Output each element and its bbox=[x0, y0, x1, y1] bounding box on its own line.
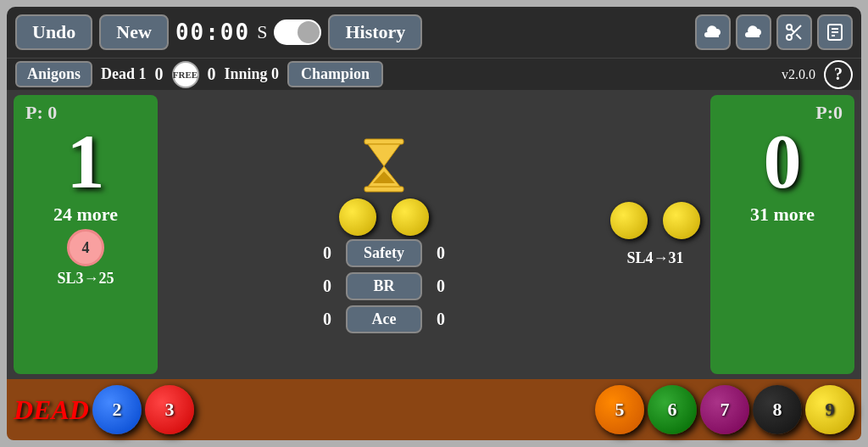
yellow-ball-4 bbox=[663, 202, 700, 239]
svg-line-4 bbox=[791, 29, 794, 32]
left-p-label: P: 0 bbox=[25, 102, 57, 124]
br-row: 0 BR 0 bbox=[317, 272, 451, 300]
right-score-panel: P:0 0 31 more bbox=[710, 95, 854, 374]
download-button[interactable] bbox=[736, 14, 771, 50]
right-sl-label: SL4→31 bbox=[626, 249, 683, 267]
yellow-ball-1 bbox=[339, 198, 376, 236]
new-button[interactable]: New bbox=[99, 14, 169, 50]
upload-button[interactable] bbox=[695, 14, 731, 50]
help-button[interactable]: ? bbox=[824, 60, 853, 89]
right-more-label: 31 more bbox=[750, 204, 815, 226]
scissors-button[interactable] bbox=[776, 14, 812, 50]
ball-3[interactable]: 3 bbox=[145, 385, 194, 434]
br-left-val: 0 bbox=[317, 277, 337, 296]
svg-point-1 bbox=[787, 35, 792, 40]
left-score-panel: P: 0 1 24 more 4 SL3→25 bbox=[14, 95, 158, 374]
safety-row: 0 Safety 0 bbox=[317, 239, 451, 267]
dead-bar: DEAD 2 3 5 6 7 8 9 bbox=[7, 379, 861, 440]
timer-display: 00:00 bbox=[175, 20, 250, 45]
inning-label: Inning 0 bbox=[225, 65, 280, 83]
ball-6[interactable]: 6 bbox=[648, 385, 697, 434]
ball-7[interactable]: 7 bbox=[700, 385, 749, 434]
hourglass-icon bbox=[359, 136, 409, 195]
safety-left-val: 0 bbox=[317, 243, 337, 263]
score-left: 0 bbox=[155, 64, 164, 84]
svg-line-3 bbox=[796, 34, 801, 39]
ball-2[interactable]: 2 bbox=[92, 385, 142, 434]
br-right-val: 0 bbox=[431, 277, 451, 296]
right-balls-row bbox=[610, 202, 700, 239]
yellow-ball-3 bbox=[610, 202, 648, 239]
version-label: v2.0.0 bbox=[782, 67, 815, 82]
timer-toggle[interactable] bbox=[274, 20, 321, 45]
stats-grid: 0 Safety 0 0 BR 0 0 Ace 0 bbox=[317, 239, 451, 333]
ace-left-val: 0 bbox=[317, 310, 337, 329]
safety-button[interactable]: Safety bbox=[346, 239, 422, 267]
undo-button[interactable]: Undo bbox=[15, 14, 92, 50]
left-more-label: 24 more bbox=[53, 204, 118, 226]
br-button[interactable]: BR bbox=[346, 272, 422, 300]
right-p-label: P:0 bbox=[815, 102, 843, 124]
dead-label-bottom: DEAD bbox=[14, 394, 89, 426]
center-panel: 0 Safety 0 0 BR 0 0 Ace 0 bbox=[164, 95, 604, 374]
dead-label: Dead 1 bbox=[101, 65, 147, 83]
safety-right-val: 0 bbox=[431, 243, 451, 263]
svg-rect-9 bbox=[364, 139, 403, 144]
svg-rect-10 bbox=[364, 187, 403, 192]
ball-9[interactable]: 9 bbox=[805, 385, 854, 434]
ace-right-val: 0 bbox=[431, 310, 451, 329]
champion-box[interactable]: Champion bbox=[287, 61, 383, 87]
history-button[interactable]: History bbox=[328, 14, 422, 50]
timer-unit: S bbox=[257, 21, 267, 43]
ace-button[interactable]: Ace bbox=[346, 305, 422, 333]
center-balls-row bbox=[339, 198, 429, 236]
ball-8[interactable]: 8 bbox=[753, 385, 802, 434]
yellow-ball-2 bbox=[392, 198, 429, 236]
left-big-score: 1 bbox=[67, 124, 105, 200]
left-sl-label: SL3→25 bbox=[57, 270, 114, 288]
player-name[interactable]: Anigons bbox=[15, 61, 92, 87]
ace-row: 0 Ace 0 bbox=[317, 305, 451, 333]
svg-point-0 bbox=[787, 25, 792, 30]
score-right: 0 bbox=[208, 64, 216, 84]
ball-5[interactable]: 5 bbox=[595, 385, 644, 434]
toggle-knob bbox=[298, 21, 320, 43]
left-ball-indicator: 4 bbox=[67, 229, 104, 266]
free-badge: FREE bbox=[172, 61, 199, 88]
notes-button[interactable] bbox=[817, 14, 853, 50]
right-big-score: 0 bbox=[764, 124, 802, 200]
